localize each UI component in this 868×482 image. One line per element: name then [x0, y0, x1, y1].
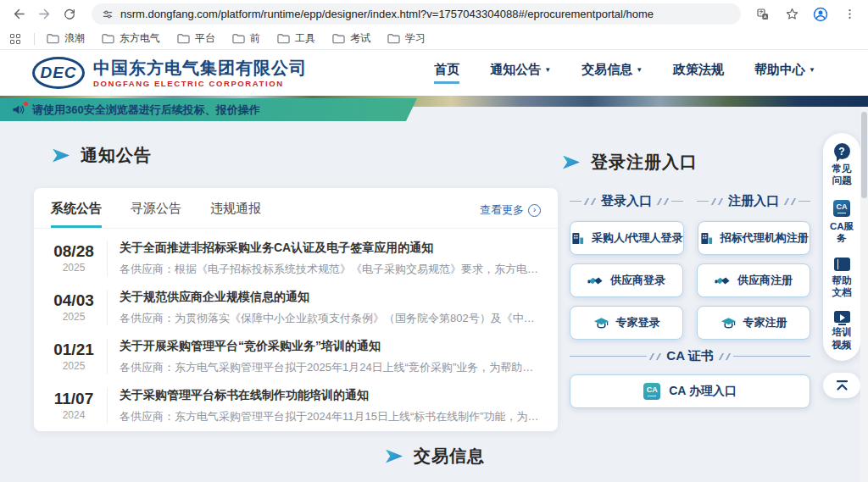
notice-title[interactable]: 关于采购管理平台标书在线制作功能培训的通知: [120, 388, 541, 403]
question-bubble-icon: ?: [834, 143, 850, 159]
company-logo[interactable]: DEC 中国东方电气集团有限公司 DONGFANG ELECTRIC CORPO…: [32, 57, 307, 89]
ca-badge-icon: CA: [833, 200, 850, 217]
forward-icon[interactable]: [34, 4, 54, 25]
speaker-icon: [12, 104, 25, 115]
chevron-down-icon: ▼: [544, 66, 551, 74]
reload-icon[interactable]: [59, 4, 80, 25]
notification-dot: [24, 102, 28, 106]
graduation-cap-icon: [721, 317, 737, 330]
scrollbar-thumb[interactable]: [861, 112, 867, 198]
profile-avatar-icon[interactable]: [810, 4, 831, 25]
folder-icon: [387, 33, 400, 44]
back-to-top-button[interactable]: [823, 373, 860, 398]
folder-icon: [332, 33, 345, 44]
graduation-cap-icon: [593, 317, 609, 330]
bookmark-folder[interactable]: 工具: [277, 31, 315, 46]
chevron-up-bar-icon: [835, 380, 849, 391]
notice-list-item[interactable]: 04/03 2025 关于规范供应商企业规模信息的通知 各供应商：为贯彻落实《保…: [34, 283, 558, 332]
browser-toolbar: nsrm.dongfang.com/platform/runtime/epp/d…: [0, 0, 868, 28]
browser-menu-icon[interactable]: [839, 4, 860, 25]
translate-icon[interactable]: [753, 4, 773, 25]
back-icon[interactable]: [8, 4, 29, 25]
url-bar[interactable]: nsrm.dongfang.com/platform/runtime/epp/d…: [92, 3, 741, 25]
site-settings-icon[interactable]: [102, 8, 114, 20]
book-icon: [834, 258, 850, 271]
building-icon: [570, 231, 585, 246]
notice-desc: 各供应商：东方电气采购管理平台拟于2024年11月15日上线“标书在线制作”功能…: [120, 409, 541, 424]
nav-item-home[interactable]: 首页: [434, 62, 459, 84]
bookmark-folder[interactable]: 东方电气: [102, 31, 160, 46]
login-register-panel: 登录入口 注册入口 采购人/代理人登录 招标代理机构注册 供应商登录: [570, 193, 810, 408]
notice-list-item[interactable]: 01/21 2025 关于开展采购管理平台“竞价采购业务”培训的通知 各供应商：…: [34, 332, 558, 381]
bookmark-star-icon[interactable]: [782, 4, 802, 25]
notice-desc: 各供应商：东方电气采购管理平台拟于2025年1月24日上线“竞价采购”业务，为帮…: [120, 360, 541, 375]
section-title: 通知公告: [81, 144, 152, 167]
dec-logo-icon: DEC: [32, 57, 85, 89]
section-title: 交易信息: [414, 445, 485, 468]
video-icon: [834, 311, 850, 323]
app-window: nsrm.dongfang.com/platform/runtime/epp/d…: [0, 0, 868, 482]
login-column-header: 登录入口: [570, 193, 683, 209]
folder-icon: [102, 33, 114, 44]
ca-badge-icon: CA: [643, 383, 660, 400]
nav-item-trade-info[interactable]: 交易信息 ▼: [581, 62, 643, 84]
supplier-register-button[interactable]: 供应商注册: [697, 263, 810, 297]
site-header: DEC 中国东方电气集团有限公司 DONGFANG ELECTRIC CORPO…: [0, 50, 868, 96]
notice-date: 11/07 2024: [51, 391, 97, 422]
ticker-text: 请使用360安全浏览器进行后续投标、报价操作: [32, 102, 260, 118]
section-arrow-icon: [563, 156, 580, 169]
purchaser-agent-login-button[interactable]: 采购人/代理人登录: [570, 221, 684, 255]
folder-icon: [177, 33, 190, 44]
notice-desc: 各供应商：根据《电子招标投标系统技术规范》《电子采购交易规范》要求，东方电气采购…: [120, 262, 541, 277]
bookmark-folder[interactable]: 学习: [387, 31, 426, 46]
ca-apply-button[interactable]: CA CA 办理入口: [570, 374, 810, 408]
sidebar-item-ca-service[interactable]: CA CA服务: [829, 200, 854, 245]
sidebar-item-training-videos[interactable]: 培训视频: [829, 311, 854, 351]
main-nav: 首页 通知公告 ▼ 交易信息 ▼ 政策法规 帮助中心 ▼: [434, 62, 815, 84]
company-name-cn: 中国东方电气集团有限公司: [93, 58, 307, 77]
notices-section-heading: 通知公告: [53, 144, 152, 167]
expert-register-button[interactable]: 专家注册: [697, 306, 810, 340]
sidebar-item-faq[interactable]: ? 常见问题: [829, 143, 854, 187]
folder-icon: [277, 33, 290, 44]
notice-date: 04/03 2025: [51, 292, 97, 324]
divider: [107, 388, 108, 424]
notice-title[interactable]: 关于开展采购管理平台“竞价采购业务”培训的通知: [120, 339, 541, 354]
bookmark-folder[interactable]: 浪潮: [47, 31, 85, 46]
notices-tabs: 系统公告 寻源公告 违规通报 查看更多 ›: [34, 188, 558, 229]
nav-item-policies[interactable]: 政策法规: [673, 62, 724, 84]
bookmark-folder[interactable]: 前: [232, 31, 260, 46]
bookmark-folder[interactable]: 考试: [332, 31, 370, 46]
bookmarks-separator: [34, 33, 35, 45]
bidding-agency-register-button[interactable]: 招标代理机构注册: [698, 221, 810, 255]
register-column-header: 注册入口: [697, 193, 810, 209]
section-arrow-icon: [386, 450, 403, 463]
tab-violation-reports[interactable]: 违规通报: [210, 201, 261, 228]
handshake-icon: [715, 274, 731, 286]
tab-sourcing-notices[interactable]: 寻源公告: [131, 201, 181, 228]
bookmark-folder[interactable]: 平台: [177, 31, 215, 46]
supplier-login-button[interactable]: 供应商登录: [570, 263, 683, 297]
notice-list-item[interactable]: 11/07 2024 关于采购管理平台标书在线制作功能培训的通知 各供应商：东方…: [34, 381, 558, 430]
nav-item-help-center[interactable]: 帮助中心 ▼: [754, 62, 815, 84]
nav-item-notices[interactable]: 通知公告 ▼: [490, 62, 551, 84]
notice-title[interactable]: 关于规范供应商企业规模信息的通知: [120, 290, 541, 305]
login-section-heading: 登录注册入口: [563, 151, 698, 174]
expert-login-button[interactable]: 专家登录: [570, 306, 683, 340]
company-name-en: DONGFANG ELECTRIC CORPORATION: [93, 79, 307, 88]
url-text[interactable]: nsrm.dongfang.com/platform/runtime/epp/d…: [120, 8, 654, 20]
section-arrow-icon: [53, 149, 70, 163]
tab-system-notices[interactable]: 系统公告: [51, 201, 102, 228]
notice-list-item[interactable]: 08/28 2025 关于全面推进非招标采购业务CA认证及电子签章应用的通知 各…: [34, 234, 558, 283]
divider: [107, 241, 108, 276]
notice-title[interactable]: 关于全面推进非招标采购业务CA认证及电子签章应用的通知: [120, 241, 541, 256]
notice-date: 08/28 2025: [51, 243, 97, 274]
building-icon: [699, 231, 714, 246]
notices-card: 系统公告 寻源公告 违规通报 查看更多 › 08/28 2025 关于全面推进非…: [34, 188, 558, 431]
view-more-link[interactable]: 查看更多 ›: [480, 202, 541, 226]
sidebar-item-help-docs[interactable]: 帮助文档: [829, 258, 854, 299]
chevron-right-circle-icon: ›: [528, 204, 541, 217]
notice-date: 01/21 2025: [51, 341, 97, 373]
apps-grid-icon[interactable]: [10, 34, 20, 44]
notice-desc: 各供应商：为贯彻落实《保障中小企业款项支付条例》（国务院令第802号）及《中小企…: [120, 311, 541, 326]
